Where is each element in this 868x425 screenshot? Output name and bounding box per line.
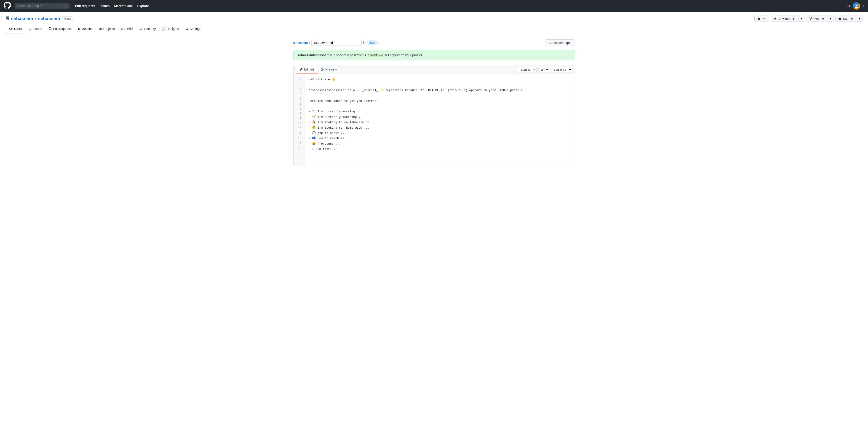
tab-issues[interactable]: ◎ Issues [25, 25, 45, 34]
fork-split-button: Fork 0 ▾ [806, 16, 834, 22]
pull-requests-link[interactable]: Pull requests [75, 4, 95, 8]
breadcrumb-sep: / [309, 41, 310, 45]
wiki-tab-icon: 📖 [121, 27, 125, 31]
star-dropdown[interactable]: ▾ [857, 16, 863, 22]
fork-dropdown[interactable]: ▾ [828, 16, 834, 22]
editor-line [309, 152, 571, 157]
top-navigation: / Pull requests Issues Marketplace Explo… [0, 0, 868, 12]
editor-line: - 🔭 I'm currently working on ... [309, 109, 571, 114]
svg-point-1 [856, 5, 858, 6]
explore-link[interactable]: Explore [137, 4, 149, 8]
repo-icon [5, 17, 9, 21]
editor-line: - 🌱 I'm currently learning ... [309, 114, 571, 120]
repo-public-badge: Public [62, 17, 73, 21]
breadcrumb: sebassem / in main Cancel changes [293, 39, 575, 46]
info-box: sebassem/sebassem is a special repositor… [293, 50, 575, 60]
editor-line [309, 82, 571, 87]
projects-tab-icon: ⊞ [99, 27, 102, 31]
marketplace-link[interactable]: Marketplace [114, 4, 133, 8]
avatar-caret[interactable]: ▾ [863, 4, 864, 7]
actions-tab-icon: ▶ [78, 27, 81, 31]
cancel-changes-button[interactable]: Cancel changes [545, 39, 575, 46]
line-number: 2 [293, 82, 305, 87]
tab-pulls[interactable]: Pull requests [45, 25, 75, 34]
unwatch-count: 1 [792, 17, 796, 20]
star-count: 0 [850, 17, 854, 20]
avatar[interactable] [853, 2, 860, 9]
unwatch-dropdown[interactable]: ▾ [799, 16, 804, 22]
search-box[interactable]: / [14, 3, 69, 9]
main-content: sebassem / in main Cancel changes sebass… [288, 34, 581, 171]
line-number: 9 [293, 116, 305, 121]
editor-body: 123456789101112131415 ### Hi there 👋 **s… [293, 74, 575, 166]
line-number: 3 [293, 87, 305, 92]
editor-container: Edit file Preview Spaces Tabs 2 4 8 Soft… [293, 65, 575, 166]
security-tab-icon: 🛡 [140, 27, 143, 31]
wrap-select[interactable]: Soft wrap No wrap [551, 66, 572, 73]
editor-line: **sebassem/sebassem** is a ✨ _special_ ✨… [309, 88, 571, 93]
fork-button[interactable]: Fork 0 [806, 16, 828, 22]
github-logo-icon[interactable] [4, 2, 11, 10]
spaces-select[interactable]: Spaces Tabs [518, 66, 536, 73]
line-number: 11 [293, 126, 305, 131]
repo-name-link[interactable]: sebassem [38, 16, 60, 21]
line-numbers: 123456789101112131415 [293, 74, 305, 166]
preview-tab-label: Preview [325, 67, 337, 71]
indent-select[interactable]: 2 4 8 [538, 66, 549, 73]
repo-actions: Pin Unwatch 1 ▾ Fork 0 ▾ [754, 16, 863, 22]
filename-input[interactable] [311, 40, 362, 46]
tab-actions[interactable]: ▶ Actions [75, 25, 96, 34]
editor-line: - 😄 Pronouns: ... [309, 141, 571, 146]
edit-file-tab[interactable]: Edit file [296, 65, 318, 74]
repo-title-sep: / [35, 16, 36, 21]
tab-code[interactable]: <> Code [5, 25, 25, 34]
top-nav-links: Pull requests Issues Marketplace Explore [75, 4, 149, 8]
line-number: 10 [293, 121, 305, 126]
pin-button[interactable]: Pin [754, 16, 769, 22]
new-button[interactable]: + ▾ [846, 4, 850, 8]
line-number: 5 [293, 96, 305, 102]
editor-line: - ⚡ Fun fact: ... [309, 146, 571, 152]
editor-line [309, 93, 571, 98]
preview-tab[interactable]: Preview [317, 65, 340, 74]
tab-security[interactable]: 🛡 Security [136, 25, 159, 34]
star-button[interactable]: Star 0 [835, 16, 857, 22]
repo-owner-link[interactable]: sebassem [11, 16, 33, 21]
line-number: 6 [293, 102, 305, 107]
search-input[interactable] [17, 4, 62, 8]
editor-tabs-bar: Edit file Preview Spaces Tabs 2 4 8 Soft… [293, 65, 575, 74]
line-number: 13 [293, 136, 305, 141]
editor-line: - 📫 How to reach me: ... [309, 136, 571, 141]
line-number: 15 [293, 146, 305, 151]
issues-link[interactable]: Issues [100, 4, 110, 8]
info-readme-code: README.md [367, 54, 383, 57]
editor-line: - 👯 I'm looking to collaborate on ... [309, 120, 571, 125]
tab-projects[interactable]: ⊞ Projects [96, 25, 118, 34]
tab-wiki[interactable]: 📖 Wiki [118, 25, 136, 34]
edit-file-tab-label: Edit file [304, 67, 315, 71]
breadcrumb-owner-link[interactable]: sebassem [293, 41, 308, 45]
search-slash-icon: / [64, 4, 67, 8]
issues-tab-icon: ◎ [29, 27, 32, 31]
info-repo-path: sebassem/sebassem [298, 53, 330, 57]
unwatch-button[interactable]: Unwatch 1 [771, 16, 799, 22]
editor-controls: Spaces Tabs 2 4 8 Soft wrap No wrap [518, 66, 572, 73]
fork-count: 0 [821, 17, 825, 20]
editor-line [309, 104, 571, 109]
editor-textarea[interactable]: ### Hi there 👋 **sebassem/sebassem** is … [305, 74, 575, 166]
pulls-tab-icon [49, 27, 52, 31]
insights-tab-icon: 📈 [162, 27, 166, 31]
line-number: 7 [293, 107, 305, 112]
line-number: 8 [293, 111, 305, 116]
repo-tabs: <> Code ◎ Issues Pull requests ▶ Actions [5, 25, 863, 34]
branch-badge: main [367, 40, 378, 45]
settings-tab-icon: ⚙ [185, 27, 188, 31]
tab-settings[interactable]: ⚙ Settings [182, 25, 205, 34]
editor-line: - 🤔 I'm looking for help with ... [309, 125, 571, 131]
topnav-right: + ▾ ▾ [846, 2, 864, 9]
tab-insights[interactable]: 📈 Insights [159, 25, 182, 34]
in-label: in [363, 41, 366, 45]
repo-header: sebassem / sebassem Public Pin Unwatch 1… [0, 12, 868, 34]
line-number: 14 [293, 141, 305, 146]
line-number: 4 [293, 92, 305, 97]
